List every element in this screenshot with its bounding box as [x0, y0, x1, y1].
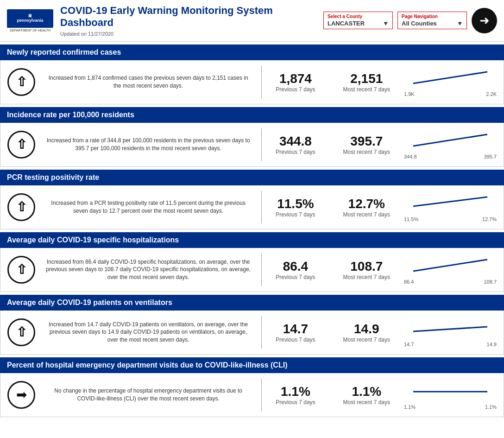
page-nav-group[interactable]: Page Navigation All Counties ▼	[397, 12, 467, 29]
section-header-cli: Percent of hospital emergency department…	[0, 357, 504, 373]
prev-label: Previous 7 days	[276, 336, 315, 343]
header: 🏛 pennsylvania DEPARTMENT OF HEALTH COVI…	[0, 0, 504, 42]
trend-prev-label: 344.8	[404, 154, 417, 159]
section-ventilators: Average daily COVID-19 patients on venti…	[0, 295, 504, 355]
recent-stat-block: 395.7Most recent 7 days	[329, 134, 404, 155]
chevron-down-icon: ▼	[457, 20, 463, 27]
prev-stat-block: 1.1%Previous 7 days	[262, 384, 329, 406]
trend-prev-label: 11.5%	[404, 216, 418, 222]
controls: Select a County LANCASTER ▼ Page Navigat…	[323, 8, 497, 33]
recent-value: 395.7	[350, 134, 383, 149]
recent-value: 12.7%	[348, 197, 385, 211]
section-description: Increased from 1,874 confirmed cases the…	[35, 74, 261, 90]
up-arrow-icon: ⇧	[7, 68, 35, 96]
recent-stat-block: 108.7Most recent 7 days	[329, 259, 404, 280]
prev-value: 86.4	[283, 259, 309, 274]
county-value: LANCASTER	[328, 20, 365, 27]
section-description: Increased from a PCR testing positivity …	[35, 199, 261, 215]
trend-labels: 1.9K2.2K	[404, 91, 497, 97]
nav-next-button[interactable]: ➜	[472, 8, 497, 33]
trend-chart: 1.1%1.1%	[404, 380, 497, 410]
trend-chart: 11.5%12.7%	[404, 192, 497, 222]
section-body-hospitalizations: ⇧Increased from 86.4 daily COVID-19 spec…	[0, 248, 504, 292]
page-nav-value: All Counties	[402, 20, 437, 27]
prev-label: Previous 7 days	[276, 149, 315, 155]
section-body-incidence-rate: ⇧Increased from a rate of 344.8 per 100,…	[0, 123, 504, 167]
section-header-hospitalizations: Average daily COVID-19 specific hospital…	[0, 232, 504, 248]
recent-stat-block: 2,151Most recent 7 days	[329, 71, 404, 93]
trend-prev-label: 1.9K	[404, 91, 415, 97]
section-body-ventilators: ⇧Increased from 14.7 daily COVID-19 pati…	[0, 311, 504, 355]
recent-stat-block: 14.9Most recent 7 days	[329, 322, 404, 343]
prev-value: 344.8	[279, 134, 312, 149]
county-select-label: Select a County	[328, 14, 389, 19]
svg-line-2	[413, 197, 487, 206]
right-arrow-icon: ➡	[7, 381, 35, 409]
prev-label: Previous 7 days	[276, 211, 315, 218]
svg-line-4	[413, 327, 487, 331]
up-arrow-icon: ⇧	[7, 193, 35, 221]
section-description: Increased from 14.7 daily COVID-19 patie…	[35, 321, 261, 344]
section-header-incidence-rate: Incidence rate per 100,000 residents	[0, 107, 504, 123]
trend-labels: 344.8395.7	[404, 154, 497, 159]
recent-value: 108.7	[350, 259, 383, 274]
recent-label: Most recent 7 days	[343, 211, 390, 218]
prev-stat-block: 1,874Previous 7 days	[262, 71, 329, 93]
section-header-confirmed-cases: Newly reported confirmed cases	[0, 44, 504, 60]
prev-stat-block: 14.7Previous 7 days	[262, 322, 329, 343]
recent-label: Most recent 7 days	[343, 336, 390, 343]
trend-labels: 11.5%12.7%	[404, 216, 497, 222]
recent-label: Most recent 7 days	[343, 399, 390, 406]
logo-sub: DEPARTMENT OF HEALTH	[10, 29, 50, 32]
section-confirmed-cases: Newly reported confirmed cases⇧Increased…	[0, 44, 504, 104]
trend-recent-label: 2.2K	[486, 91, 497, 97]
prev-value: 1,874	[279, 71, 312, 86]
main-title: COVID-19 Early Warning Monitoring System…	[60, 5, 323, 29]
trend-recent-label: 108.7	[484, 279, 497, 285]
trend-chart: 1.9K2.2K	[404, 67, 497, 97]
section-incidence-rate: Incidence rate per 100,000 residents⇧Inc…	[0, 107, 504, 167]
prev-value: 11.5%	[277, 197, 314, 211]
trend-labels: 14.714.9	[404, 342, 497, 347]
section-cli: Percent of hospital emergency department…	[0, 357, 504, 417]
sections-container: Newly reported confirmed cases⇧Increased…	[0, 44, 504, 417]
section-header-pcr-positivity: PCR testing positivity rate	[0, 170, 504, 185]
up-arrow-icon: ⇧	[7, 256, 35, 284]
prev-label: Previous 7 days	[276, 274, 315, 280]
trend-chart: 344.8395.7	[404, 130, 497, 159]
section-pcr-positivity: PCR testing positivity rate⇧Increased fr…	[0, 170, 504, 229]
section-body-pcr-positivity: ⇧Increased from a PCR testing positivity…	[0, 185, 504, 229]
prev-stat-block: 11.5%Previous 7 days	[262, 197, 329, 218]
page-nav-label: Page Navigation	[402, 14, 463, 19]
svg-line-1	[413, 134, 487, 146]
page-nav-select[interactable]: All Counties ▼	[402, 20, 463, 27]
recent-label: Most recent 7 days	[343, 274, 390, 280]
title-area: COVID-19 Early Warning Monitoring System…	[60, 5, 323, 37]
section-description: Increased from 86.4 daily COVID-19 speci…	[35, 258, 261, 281]
county-select[interactable]: LANCASTER ▼	[328, 20, 389, 27]
logo-area: 🏛 pennsylvania DEPARTMENT OF HEALTH	[7, 9, 53, 32]
prev-value: 1.1%	[281, 384, 310, 399]
trend-recent-label: 12.7%	[482, 216, 497, 222]
trend-chart: 14.714.9	[404, 317, 497, 347]
trend-recent-label: 395.7	[484, 154, 497, 159]
recent-stat-block: 1.1%Most recent 7 days	[329, 384, 404, 406]
svg-line-0	[413, 72, 487, 83]
trend-prev-label: 86.4	[404, 279, 414, 285]
section-description: No change in the percentage of hospital …	[35, 387, 261, 403]
county-select-group[interactable]: Select a County LANCASTER ▼	[323, 12, 393, 29]
recent-value: 14.9	[354, 322, 379, 336]
trend-prev-label: 1.1%	[404, 404, 416, 410]
recent-label: Most recent 7 days	[343, 149, 390, 155]
trend-prev-label: 14.7	[404, 342, 414, 347]
prev-label: Previous 7 days	[276, 399, 315, 406]
prev-label: Previous 7 days	[276, 86, 315, 93]
section-description: Increased from a rate of 344.8 per 100,0…	[35, 137, 261, 152]
trend-recent-label: 14.9	[487, 342, 497, 347]
up-arrow-icon: ⇧	[7, 131, 35, 159]
trend-labels: 86.4108.7	[404, 279, 497, 285]
pa-logo: 🏛 pennsylvania	[7, 9, 53, 28]
trend-recent-label: 1.1%	[485, 404, 497, 410]
section-body-cli: ➡No change in the percentage of hospital…	[0, 373, 504, 417]
section-hospitalizations: Average daily COVID-19 specific hospital…	[0, 232, 504, 292]
